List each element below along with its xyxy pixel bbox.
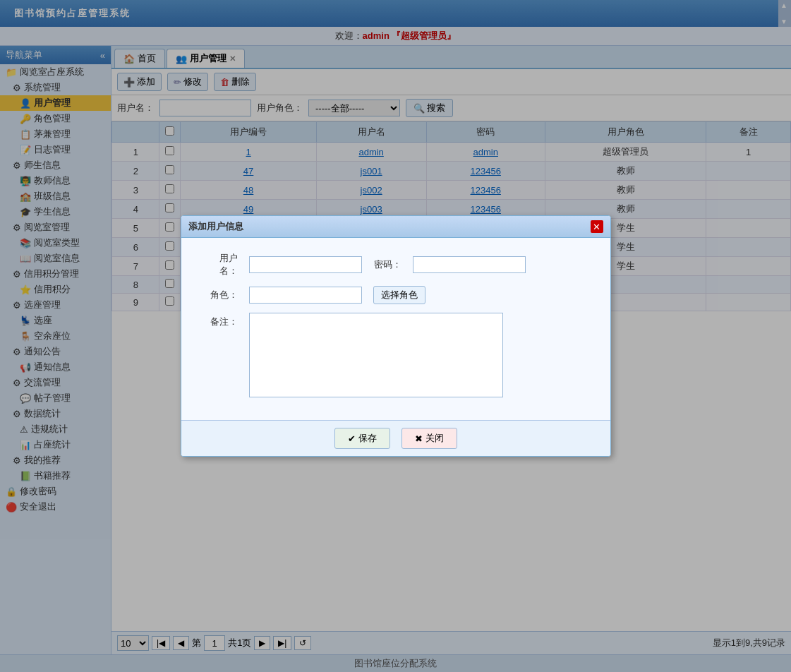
note-row: 备注： [203,313,589,397]
modal-role-input[interactable] [249,287,362,304]
modal-title: 添加用户信息 [188,220,243,233]
modal-username-label: 用户名： [203,252,238,277]
modal-role-label: 角色： [203,289,238,301]
modal-overlay: 添加用户信息 ✕ 用户名： 密码： 角色： 选择角色 备注： [0,0,791,672]
select-role-button[interactable]: 选择角色 [373,286,425,304]
modal-username-input[interactable] [249,256,362,273]
save-checkmark-icon: ✔ [348,433,356,444]
modal-save-button[interactable]: ✔ 保存 [334,428,390,449]
modal-dialog: 添加用户信息 ✕ 用户名： 密码： 角色： 选择角色 备注： [181,215,611,457]
save-label: 保存 [358,432,377,445]
modal-close-icon-button[interactable]: ✕ [591,220,603,233]
role-row: 角色： 选择角色 [203,286,589,304]
modal-password-label: 密码： [373,258,401,271]
modal-header: 添加用户信息 ✕ [181,216,610,238]
modal-password-input[interactable] [413,256,526,273]
modal-cancel-button[interactable]: ✖ 关闭 [401,428,457,449]
select-role-label: 选择角色 [381,289,418,300]
username-row: 用户名： 密码： [203,252,589,277]
close-x-icon: ✖ [415,433,423,444]
modal-body: 用户名： 密码： 角色： 选择角色 备注： [181,238,610,420]
modal-note-textarea[interactable] [249,313,503,397]
modal-note-label: 备注： [203,316,238,328]
close-label: 关闭 [425,432,444,445]
modal-footer: ✔ 保存 ✖ 关闭 [181,420,610,456]
